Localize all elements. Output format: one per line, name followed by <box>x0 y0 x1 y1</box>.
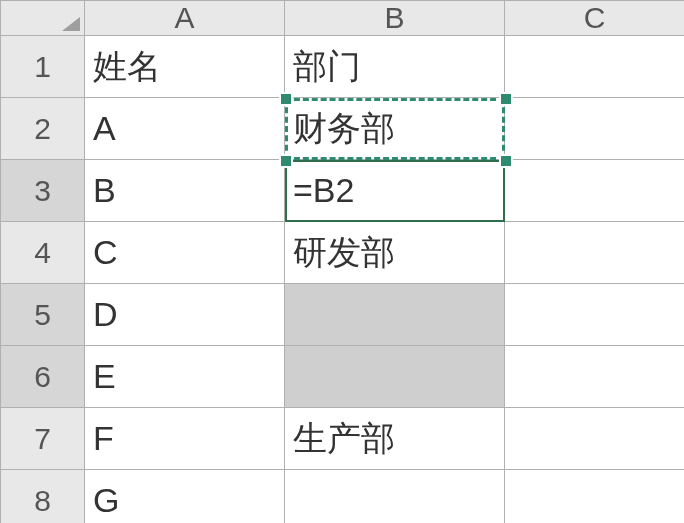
cell-A6[interactable]: E <box>85 346 285 408</box>
row-7: 7 F 生产部 <box>1 408 685 470</box>
row-6: 6 E <box>1 346 685 408</box>
row-5: 5 D <box>1 284 685 346</box>
row-header-2[interactable]: 2 <box>1 98 85 160</box>
cell-C1[interactable] <box>505 36 685 98</box>
cell-A8[interactable]: G <box>85 470 285 524</box>
cell-A1[interactable]: 姓名 <box>85 36 285 98</box>
cell-A5[interactable]: D <box>85 284 285 346</box>
row-header-8[interactable]: 8 <box>1 470 85 524</box>
cell-B4[interactable]: 研发部 <box>285 222 505 284</box>
row-8: 8 G <box>1 470 685 524</box>
cell-B6[interactable] <box>285 346 505 408</box>
row-header-1[interactable]: 1 <box>1 36 85 98</box>
cell-C7[interactable] <box>505 408 685 470</box>
row-header-7[interactable]: 7 <box>1 408 85 470</box>
cell-C4[interactable] <box>505 222 685 284</box>
cell-B1[interactable]: 部门 <box>285 36 505 98</box>
cell-A3[interactable]: B <box>85 160 285 222</box>
cell-C5[interactable] <box>505 284 685 346</box>
cell-B7[interactable]: 生产部 <box>285 408 505 470</box>
select-all-corner[interactable] <box>1 1 85 36</box>
row-3: 3 B =B2 <box>1 160 685 222</box>
col-header-B[interactable]: B <box>285 1 505 36</box>
spreadsheet[interactable]: A B C 1 姓名 部门 2 A 财务部 3 B =B2 4 C 研发部 <box>0 0 684 523</box>
cell-C6[interactable] <box>505 346 685 408</box>
col-header-A[interactable]: A <box>85 1 285 36</box>
cell-A4[interactable]: C <box>85 222 285 284</box>
row-header-5[interactable]: 5 <box>1 284 85 346</box>
row-header-6[interactable]: 6 <box>1 346 85 408</box>
cell-B5[interactable] <box>285 284 505 346</box>
cell-B3[interactable]: =B2 <box>285 160 505 222</box>
row-1: 1 姓名 部门 <box>1 36 685 98</box>
cell-C3[interactable] <box>505 160 685 222</box>
cell-B2[interactable]: 财务部 <box>285 98 505 160</box>
row-2: 2 A 财务部 <box>1 98 685 160</box>
cell-C2[interactable] <box>505 98 685 160</box>
row-header-4[interactable]: 4 <box>1 222 85 284</box>
row-header-3[interactable]: 3 <box>1 160 85 222</box>
grid-table: A B C 1 姓名 部门 2 A 财务部 3 B =B2 4 C 研发部 <box>0 0 684 523</box>
cell-A2[interactable]: A <box>85 98 285 160</box>
row-4: 4 C 研发部 <box>1 222 685 284</box>
cell-C8[interactable] <box>505 470 685 524</box>
cell-A7[interactable]: F <box>85 408 285 470</box>
cell-B8[interactable] <box>285 470 505 524</box>
column-header-row: A B C <box>1 1 685 36</box>
col-header-C[interactable]: C <box>505 1 685 36</box>
